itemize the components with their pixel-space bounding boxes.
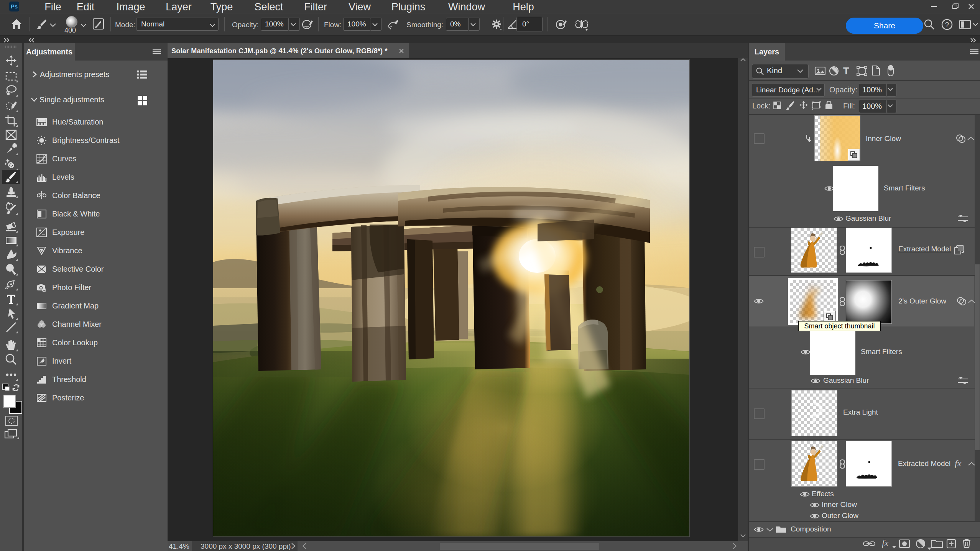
svg-text:?: ? <box>945 21 949 29</box>
